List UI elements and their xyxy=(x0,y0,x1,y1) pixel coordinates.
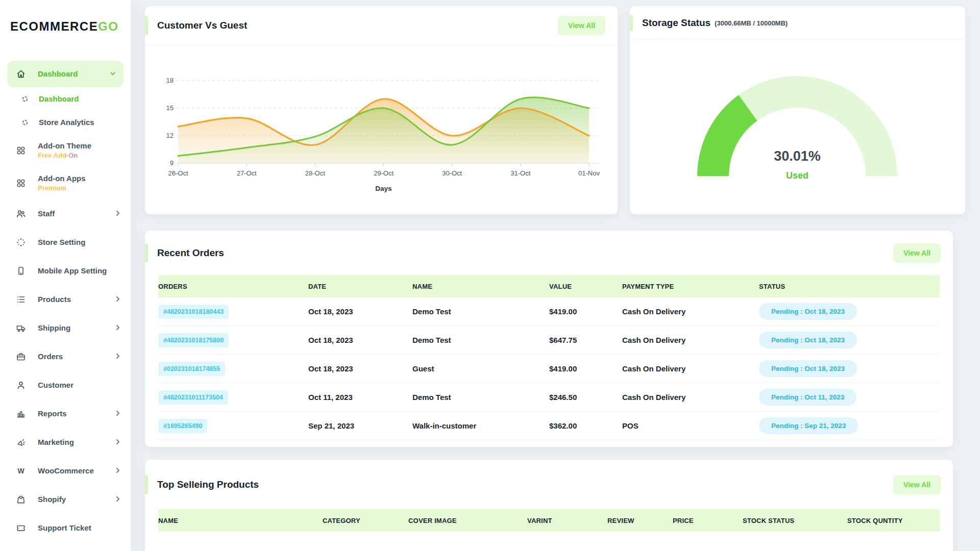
order-id-chip[interactable]: #020231018174855 xyxy=(158,362,225,376)
products-col-header: STOCK STATUS xyxy=(743,517,847,524)
header-accent-bar xyxy=(145,16,148,35)
woocommerce-icon: W xyxy=(15,465,27,477)
orders-view-all-button[interactable]: View All xyxy=(893,243,941,263)
products-view-all-button[interactable]: View All xyxy=(893,475,941,494)
sidebar-item-label: Staff xyxy=(38,209,114,219)
order-row: #4820231011173504Oct 11, 2023Demo Test$2… xyxy=(158,383,940,412)
chevron-down-icon xyxy=(109,69,116,80)
sidebar-item-label: Mobile App Setting xyxy=(38,266,121,276)
sidebar-item-label: Store Setting xyxy=(38,238,121,247)
sidebar-item-reports[interactable]: Reports xyxy=(0,399,131,428)
order-row: #1695265490Sep 21, 2023Walk-in-customer$… xyxy=(158,412,940,440)
user-icon xyxy=(15,380,27,391)
sidebar-item-orders[interactable]: Orders xyxy=(0,342,131,371)
order-row: #020231018174855Oct 18, 2023Guest$419.00… xyxy=(158,355,940,383)
order-row: #4820231018175800Oct 18, 2023Demo Test$6… xyxy=(158,326,940,355)
chevron-right-icon xyxy=(114,437,121,448)
sidebar-item-dashboard[interactable]: Dashboard xyxy=(0,87,131,111)
order-id-chip[interactable]: #4820231011173504 xyxy=(158,390,228,405)
sidebar-item-label: WooCommerce xyxy=(38,466,114,476)
order-id-chip[interactable]: #4820231018180443 xyxy=(158,305,229,319)
order-value: $647.75 xyxy=(549,336,577,344)
products-table-header-row: NAMECATEGORYCOVER IMAGEVARINTREVIEWPRICE… xyxy=(158,509,940,532)
sidebar-item-shopify[interactable]: Shopify xyxy=(0,485,131,514)
svg-text:01-Nov: 01-Nov xyxy=(578,169,600,177)
storage-gauge: 30.01%Used xyxy=(630,40,965,214)
sidebar-item-shipping[interactable]: Shipping xyxy=(0,314,131,342)
sidebar-item-mobile-app-setting[interactable]: Mobile App Setting xyxy=(0,257,131,285)
orders-col-header: DATE xyxy=(308,283,412,290)
sidebar-item-label: Support Ticket xyxy=(38,523,121,533)
header-accent-bar xyxy=(145,243,148,263)
orders-col-header: PAYMENT TYPE xyxy=(622,283,759,290)
sidebar-item-customer[interactable]: Customer xyxy=(0,371,131,399)
sidebar-item-store-setting[interactable]: Store Setting xyxy=(0,228,131,257)
order-payment-type: Cash On Delivery xyxy=(622,307,685,316)
chart-card-header: Customer Vs Guest View All xyxy=(145,6,618,45)
products-col-header: REVIEW xyxy=(607,517,673,524)
products-col-header: CATEGORY xyxy=(323,517,408,524)
customer-vs-guest-chart: 181512926-Oct27-Oct28-Oct29-Oct30-Oct31-… xyxy=(145,45,618,214)
order-name: Demo Test xyxy=(412,307,451,316)
sidebar-item-products[interactable]: Products xyxy=(0,285,131,314)
sidebar-item-add-on-theme[interactable]: Add-on ThemeFree Add-On xyxy=(0,134,131,167)
users-icon xyxy=(15,208,27,219)
chevron-right-icon xyxy=(114,294,121,305)
orders-col-header: ORDERS xyxy=(158,283,308,290)
sidebar-item-label: Products xyxy=(38,295,114,305)
sidebar-item-label: Store Analytics xyxy=(39,118,121,128)
svg-text:W: W xyxy=(17,467,24,475)
sidebar-item-label: Shipping xyxy=(38,323,114,333)
sidebar-item-staff[interactable]: Staff xyxy=(0,199,131,228)
order-date: Oct 18, 2023 xyxy=(308,336,353,344)
chart-view-all-button[interactable]: View All xyxy=(558,16,605,35)
order-value: $419.00 xyxy=(549,307,577,316)
sidebar-item-woocommerce[interactable]: WWooCommerce xyxy=(0,457,131,485)
home-icon xyxy=(15,68,27,80)
order-id-chip[interactable]: #1695265490 xyxy=(158,419,207,433)
order-payment-type: Cash On Delivery xyxy=(622,364,685,373)
sidebar-item-marketing[interactable]: Marketing xyxy=(0,428,131,457)
order-status-badge: Pending : Oct 18, 2023 xyxy=(759,332,857,348)
sidebar-item-label: Reports xyxy=(38,409,114,419)
products-col-header: STOCK QUNTITY xyxy=(847,517,940,524)
order-id-chip[interactable]: #4820231018175800 xyxy=(158,333,229,347)
loader-icon xyxy=(15,237,27,248)
svg-text:28-Oct: 28-Oct xyxy=(305,169,325,177)
truck-icon xyxy=(15,322,27,334)
sidebar-item-store-analytics[interactable]: Store Analytics xyxy=(0,111,131,134)
storage-card-title: Storage Status xyxy=(642,17,710,29)
grid-icon xyxy=(15,145,27,156)
order-date: Sep 21, 2023 xyxy=(308,421,354,430)
sidebar-item-support-ticket[interactable]: Support Ticket xyxy=(0,514,131,542)
order-date: Oct 18, 2023 xyxy=(308,307,353,316)
sidebar-item-dashboard[interactable]: Dashboard xyxy=(7,61,124,87)
chevron-right-icon xyxy=(114,466,121,477)
chevron-right-icon xyxy=(114,352,121,362)
sidebar-item-sublabel: Premium xyxy=(38,184,121,192)
order-value: $419.00 xyxy=(549,364,577,373)
top-products-table: NAMECATEGORYCOVER IMAGEVARINTREVIEWPRICE… xyxy=(158,509,940,551)
sidebar-item-label: Add-on ThemeFree Add-On xyxy=(38,141,121,160)
bar-chart-icon xyxy=(15,408,27,419)
products-col-header: COVER IMAGE xyxy=(408,517,527,524)
ring-icon xyxy=(19,117,31,128)
svg-text:27-Oct: 27-Oct xyxy=(237,169,257,177)
order-name: Walk-in-customer xyxy=(412,421,476,430)
products-col-header: PRICE xyxy=(673,517,743,524)
brand-logo[interactable]: ECOMMERCEGO xyxy=(10,19,119,34)
orders-card-header: Recent Orders View All xyxy=(145,231,953,275)
svg-text:31-Oct: 31-Oct xyxy=(510,169,530,177)
order-value: $246.50 xyxy=(549,393,577,402)
order-date: Oct 11, 2023 xyxy=(308,393,353,402)
sidebar: ECOMMERCEGO DashboardDashboardStore Anal… xyxy=(0,0,131,551)
sidebar-item-add-on-apps[interactable]: Add-on AppsPremium xyxy=(0,167,131,199)
storage-status-card: Storage Status (3000.66MB / 10000MB) 30.… xyxy=(630,6,965,214)
chart-card-title: Customer Vs Guest xyxy=(157,20,247,31)
orders-col-header: STATUS xyxy=(759,283,940,290)
order-date: Oct 18, 2023 xyxy=(308,364,353,373)
products-card-header: Top Selleing Products View All xyxy=(145,460,953,509)
brand-name: ECOMMERCE xyxy=(10,19,98,33)
products-table-partial-row xyxy=(158,532,940,551)
svg-text:Days: Days xyxy=(375,185,391,192)
